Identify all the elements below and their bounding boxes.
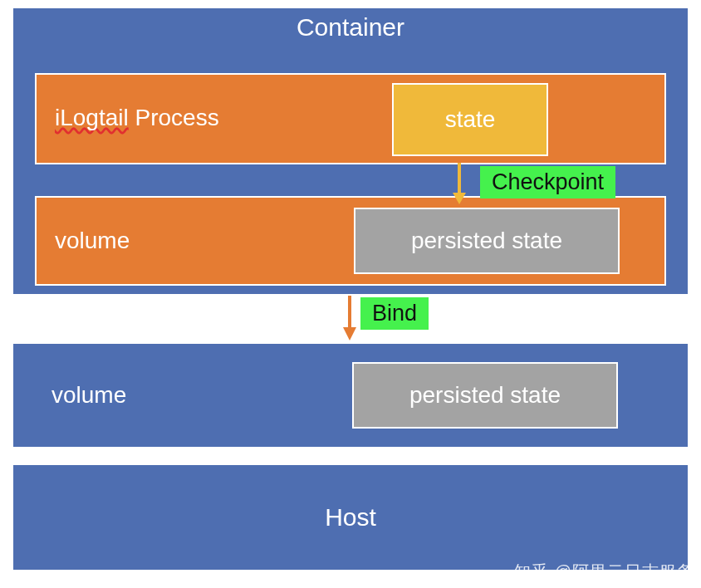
container-box: Container iLogtail Process state volume … <box>12 7 689 296</box>
container-title: Container <box>13 13 688 42</box>
container-volume-box: volume persisted state <box>35 196 666 286</box>
container-persisted-state-box: persisted state <box>354 208 620 274</box>
state-box: state <box>392 83 548 156</box>
ilogtail-word: iLogtail <box>55 105 129 130</box>
svg-marker-3 <box>343 327 356 341</box>
process-word: Process <box>129 105 219 130</box>
bind-arrow <box>339 296 360 341</box>
host-persisted-state-label: persisted state <box>409 382 561 409</box>
container-persisted-state-label: persisted state <box>411 228 562 254</box>
host-volume-label: volume <box>51 382 126 409</box>
host-persisted-state-box: persisted state <box>352 362 618 429</box>
checkpoint-arrow <box>449 163 470 204</box>
ilogtail-process-label: iLogtail Process <box>55 105 219 131</box>
attribution-text: 知乎 @阿里云日志服务 <box>514 561 694 583</box>
bind-label-box: Bind <box>360 297 429 330</box>
diagram-canvas: Container iLogtail Process state volume … <box>0 0 701 588</box>
container-volume-label: volume <box>55 228 130 254</box>
host-box: Host <box>12 463 689 571</box>
checkpoint-label-box: Checkpoint <box>480 166 615 198</box>
checkpoint-label: Checkpoint <box>492 169 604 194</box>
host-volume-box: volume persisted state <box>12 342 689 448</box>
state-label: state <box>445 106 496 133</box>
ilogtail-process-box: iLogtail Process state <box>35 73 666 164</box>
bind-label: Bind <box>372 301 417 326</box>
host-label: Host <box>325 503 376 532</box>
svg-marker-1 <box>453 193 466 204</box>
